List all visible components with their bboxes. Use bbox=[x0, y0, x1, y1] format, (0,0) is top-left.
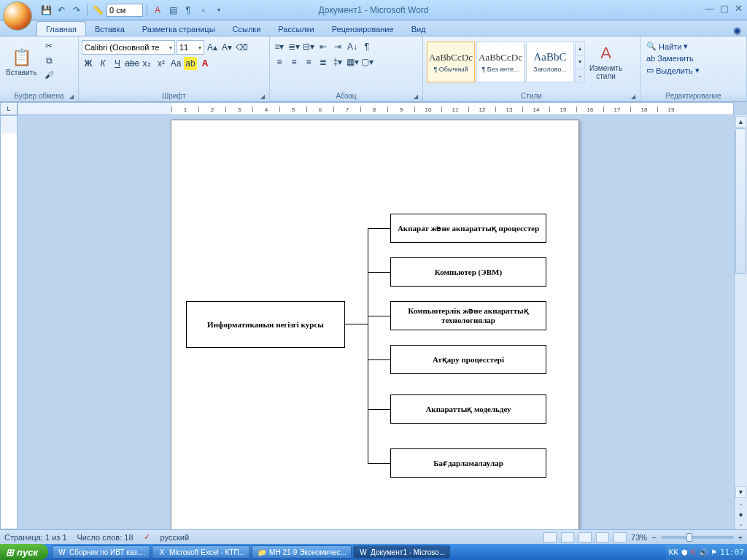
view-outline[interactable] bbox=[596, 532, 609, 542]
zoom-value[interactable]: 73% bbox=[631, 533, 647, 542]
close-button[interactable]: ✕ bbox=[735, 3, 743, 14]
find-button[interactable]: 🔍Найти ▾ bbox=[645, 41, 701, 52]
tab-view[interactable]: Вид bbox=[403, 22, 435, 36]
taskbar-item-1[interactable]: WСборник по ИВТ каз.... bbox=[52, 545, 150, 559]
pilcrow-icon[interactable]: ¶ bbox=[182, 4, 195, 17]
view-draft[interactable] bbox=[614, 532, 627, 542]
status-language[interactable]: русский bbox=[160, 533, 189, 542]
document-area[interactable]: Информатиканын негізгі курсы Акпарат жән… bbox=[18, 115, 734, 529]
scroll-down-icon[interactable]: ▼ bbox=[735, 486, 746, 498]
tray-icon[interactable]: 🔊 bbox=[699, 548, 708, 556]
page-setup-icon[interactable]: ▤ bbox=[166, 4, 179, 17]
status-words[interactable]: Число слов: 18 bbox=[77, 533, 133, 542]
tray-icon[interactable]: ⚑ bbox=[711, 548, 717, 556]
replace-button[interactable]: abЗаменить bbox=[645, 53, 701, 63]
tab-layout[interactable]: Разметка страницы bbox=[133, 22, 224, 36]
restore-button[interactable]: ▢ bbox=[720, 3, 729, 14]
browse-object-icon[interactable]: ● bbox=[735, 509, 747, 519]
copy-icon[interactable]: ⧉ bbox=[42, 54, 55, 67]
status-proof-icon[interactable]: ✓ bbox=[144, 532, 150, 542]
minimize-button[interactable]: — bbox=[705, 3, 714, 14]
borders-icon[interactable]: ▢▾ bbox=[360, 55, 374, 69]
status-page[interactable]: Страница: 1 из 1 bbox=[4, 533, 67, 542]
redo-icon[interactable]: ↷ bbox=[70, 4, 83, 17]
align-right-icon[interactable]: ≡ bbox=[302, 55, 315, 69]
view-print-layout[interactable] bbox=[543, 532, 557, 542]
format-painter-icon[interactable]: 🖌 bbox=[42, 69, 55, 82]
diagram-child-6[interactable]: Бағдарламалаулар bbox=[390, 448, 546, 478]
gallery-scroll[interactable]: ▴▾⌄ bbox=[575, 42, 585, 82]
diagram-root[interactable]: Информатиканын негізгі курсы bbox=[186, 301, 345, 348]
font-family-combo[interactable]: Calibri (Основной те▾ bbox=[82, 40, 175, 55]
style-nospacing[interactable]: AaBbCcDc¶ Без инте... bbox=[476, 42, 525, 82]
style-normal[interactable]: AaBbCcDc¶ Обычный bbox=[427, 42, 475, 82]
launcher-icon[interactable]: ◢ bbox=[260, 93, 265, 100]
scroll-track[interactable] bbox=[735, 128, 747, 486]
diagram-child-5[interactable]: Акпараттық модельдеу bbox=[390, 394, 546, 424]
clock[interactable]: 11:07 bbox=[720, 549, 744, 556]
view-full-screen[interactable] bbox=[561, 532, 574, 542]
new-doc-icon[interactable]: ▫ bbox=[197, 4, 210, 17]
show-marks-icon[interactable]: ¶ bbox=[360, 40, 374, 53]
diagram-child-1[interactable]: Акпарат және акпараттық процесстер bbox=[390, 214, 546, 243]
office-button[interactable] bbox=[3, 1, 32, 31]
italic-button[interactable]: К bbox=[96, 57, 109, 70]
tab-review[interactable]: Рецензирование bbox=[323, 22, 403, 36]
tab-references[interactable]: Ссылки bbox=[224, 22, 270, 36]
next-page-icon[interactable]: ◦ bbox=[735, 519, 747, 529]
cut-icon[interactable]: ✂ bbox=[42, 39, 55, 52]
lang-indicator[interactable]: KK bbox=[669, 548, 678, 556]
superscript-button[interactable]: x² bbox=[155, 57, 168, 70]
indent-dec-icon[interactable]: ⇤ bbox=[317, 40, 330, 53]
change-case-button[interactable]: Aa bbox=[169, 57, 182, 70]
horizontal-ruler[interactable]: 12345678910111213141516171819 bbox=[18, 102, 734, 115]
font-color-icon[interactable]: A bbox=[151, 4, 164, 17]
vertical-scrollbar[interactable]: ▲ ▼ ◦ ● ◦ bbox=[734, 115, 747, 529]
launcher-icon[interactable]: ◢ bbox=[69, 93, 74, 100]
font-color-button[interactable]: A bbox=[198, 57, 212, 70]
scroll-up-icon[interactable]: ▲ bbox=[735, 116, 746, 128]
underline-button[interactable]: Ч bbox=[111, 57, 124, 70]
zoom-thumb[interactable] bbox=[686, 533, 692, 542]
justify-icon[interactable]: ≣ bbox=[317, 55, 330, 69]
tray-icon[interactable]: K bbox=[691, 548, 696, 556]
multilevel-icon[interactable]: ⊟▾ bbox=[302, 40, 315, 53]
bullets-icon[interactable]: ≡▾ bbox=[273, 40, 286, 53]
diagram-child-3[interactable]: Компьютерлік және акпараттық технологиял… bbox=[390, 301, 546, 330]
clear-format-icon[interactable]: ⌫ bbox=[235, 41, 248, 54]
scroll-thumb[interactable] bbox=[735, 128, 746, 274]
taskbar-item-4[interactable]: WДокумент1 - Microso... bbox=[353, 545, 450, 559]
ruler-corner[interactable]: L bbox=[0, 102, 18, 115]
view-web[interactable] bbox=[578, 532, 592, 542]
subscript-button[interactable]: x₂ bbox=[140, 57, 153, 70]
undo-icon[interactable]: ↶ bbox=[55, 4, 68, 17]
indent-inc-icon[interactable]: ⇥ bbox=[331, 40, 344, 53]
zoom-slider[interactable] bbox=[661, 536, 734, 539]
line-spacing-icon[interactable]: ‡▾ bbox=[331, 55, 344, 69]
highlight-button[interactable]: ab bbox=[184, 57, 197, 70]
tab-home[interactable]: Главная bbox=[36, 21, 86, 36]
shading-icon[interactable]: ▦▾ bbox=[346, 55, 359, 69]
select-button[interactable]: ▭Выделить ▾ bbox=[645, 65, 701, 76]
tab-insert[interactable]: Вставка bbox=[86, 22, 133, 36]
style-heading[interactable]: AaBbCЗаголово... bbox=[526, 42, 574, 82]
launcher-icon[interactable]: ◢ bbox=[414, 93, 418, 100]
save-icon[interactable]: 💾 bbox=[39, 4, 53, 17]
align-left-icon[interactable]: ≡ bbox=[273, 55, 286, 69]
strike-button[interactable]: abc bbox=[125, 57, 139, 70]
font-size-combo[interactable]: 11▾ bbox=[177, 40, 204, 55]
zoom-in-icon[interactable]: + bbox=[738, 533, 743, 542]
shrink-font-icon[interactable]: A▾ bbox=[220, 41, 233, 54]
tab-mailings[interactable]: Рассылки bbox=[269, 22, 322, 36]
start-button[interactable]: ⊞пуск bbox=[0, 544, 48, 560]
change-styles-button[interactable]: A Изменить стили bbox=[587, 38, 625, 86]
taskbar-item-2[interactable]: XMicrosoft Excel - КТП... bbox=[152, 545, 250, 559]
ruler-icon[interactable]: 📏 bbox=[91, 4, 104, 17]
taskbar-item-3[interactable]: 📁МН 21-9 Экономичес... bbox=[252, 545, 352, 559]
paste-button[interactable]: 📋 Вставить bbox=[3, 38, 39, 86]
qat-dropdown-icon[interactable]: ▾ bbox=[212, 4, 225, 17]
measurement-field[interactable]: 0 см bbox=[107, 4, 143, 17]
align-center-icon[interactable]: ≡ bbox=[287, 55, 301, 69]
tray-icon[interactable]: ⬢ bbox=[681, 548, 688, 556]
numbering-icon[interactable]: ≣▾ bbox=[287, 40, 301, 53]
